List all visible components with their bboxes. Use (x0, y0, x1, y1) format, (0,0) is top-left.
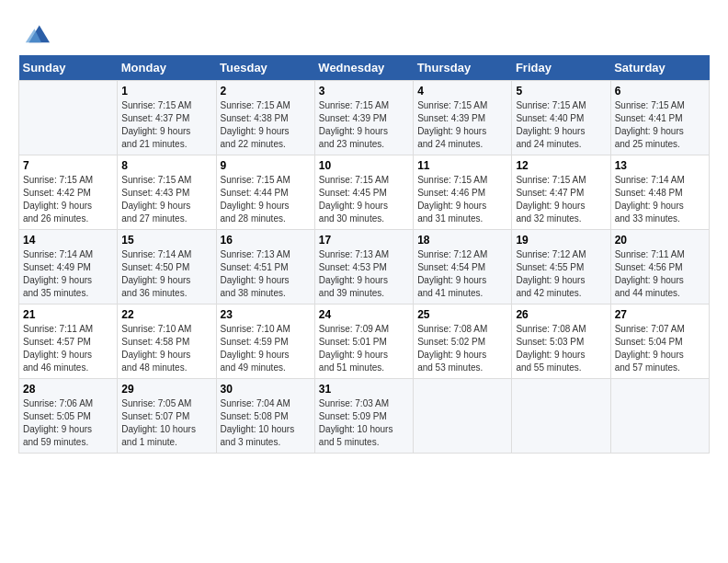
day-info: Sunrise: 7:05 AM Sunset: 5:07 PM Dayligh… (121, 397, 211, 449)
day-cell: 22Sunrise: 7:10 AM Sunset: 4:58 PM Dayli… (118, 304, 216, 379)
week-row-2: 7Sunrise: 7:15 AM Sunset: 4:42 PM Daylig… (19, 155, 710, 230)
day-info: Sunrise: 7:13 AM Sunset: 4:51 PM Dayligh… (221, 248, 311, 300)
col-header-sunday: Sunday (19, 55, 118, 81)
day-info: Sunrise: 7:09 AM Sunset: 5:01 PM Dayligh… (319, 323, 409, 374)
day-number: 23 (221, 308, 311, 321)
day-info: Sunrise: 7:13 AM Sunset: 4:53 PM Dayligh… (319, 248, 409, 300)
day-cell: 12Sunrise: 7:15 AM Sunset: 4:47 PM Dayli… (512, 155, 610, 230)
day-number: 16 (221, 234, 311, 247)
day-cell: 16Sunrise: 7:13 AM Sunset: 4:51 PM Dayli… (216, 230, 314, 304)
day-number: 31 (319, 383, 409, 396)
day-info: Sunrise: 7:08 AM Sunset: 5:03 PM Dayligh… (516, 323, 606, 374)
day-number: 7 (23, 159, 113, 172)
day-info: Sunrise: 7:15 AM Sunset: 4:47 PM Dayligh… (516, 174, 606, 225)
day-cell: 13Sunrise: 7:14 AM Sunset: 4:48 PM Dayli… (610, 155, 709, 230)
day-info: Sunrise: 7:12 AM Sunset: 4:55 PM Dayligh… (516, 248, 606, 300)
header (18, 18, 710, 46)
week-row-3: 14Sunrise: 7:14 AM Sunset: 4:49 PM Dayli… (19, 230, 710, 304)
week-row-1: 1Sunrise: 7:15 AM Sunset: 4:37 PM Daylig… (19, 81, 710, 155)
day-cell: 2Sunrise: 7:15 AM Sunset: 4:38 PM Daylig… (216, 81, 314, 155)
week-row-4: 21Sunrise: 7:11 AM Sunset: 4:57 PM Dayli… (19, 304, 710, 379)
day-info: Sunrise: 7:15 AM Sunset: 4:41 PM Dayligh… (615, 99, 705, 151)
day-cell: 7Sunrise: 7:15 AM Sunset: 4:42 PM Daylig… (19, 155, 118, 230)
calendar-header-row: SundayMondayTuesdayWednesdayThursdayFrid… (19, 55, 710, 81)
col-header-monday: Monday (118, 55, 216, 81)
day-cell: 31Sunrise: 7:03 AM Sunset: 5:09 PM Dayli… (314, 379, 413, 454)
day-info: Sunrise: 7:06 AM Sunset: 5:05 PM Dayligh… (23, 397, 113, 449)
day-cell: 19Sunrise: 7:12 AM Sunset: 4:55 PM Dayli… (512, 230, 610, 304)
day-cell (414, 379, 512, 454)
day-cell: 29Sunrise: 7:05 AM Sunset: 5:07 PM Dayli… (118, 379, 216, 454)
day-number: 30 (221, 383, 311, 396)
day-number: 2 (221, 85, 311, 98)
day-info: Sunrise: 7:15 AM Sunset: 4:40 PM Dayligh… (516, 99, 606, 151)
day-number: 11 (417, 159, 507, 172)
day-info: Sunrise: 7:08 AM Sunset: 5:02 PM Dayligh… (417, 323, 507, 374)
day-number: 25 (417, 308, 507, 321)
day-number: 4 (417, 85, 507, 98)
day-info: Sunrise: 7:15 AM Sunset: 4:37 PM Dayligh… (121, 99, 211, 151)
day-info: Sunrise: 7:14 AM Sunset: 4:50 PM Dayligh… (121, 248, 211, 300)
day-cell: 18Sunrise: 7:12 AM Sunset: 4:54 PM Dayli… (414, 230, 512, 304)
day-number: 14 (23, 234, 113, 247)
day-number: 20 (615, 234, 705, 247)
day-info: Sunrise: 7:14 AM Sunset: 4:48 PM Dayligh… (615, 174, 705, 225)
day-cell: 30Sunrise: 7:04 AM Sunset: 5:08 PM Dayli… (216, 379, 314, 454)
day-number: 27 (615, 308, 705, 321)
day-number: 3 (319, 85, 409, 98)
col-header-saturday: Saturday (610, 55, 709, 81)
day-cell: 8Sunrise: 7:15 AM Sunset: 4:43 PM Daylig… (118, 155, 216, 230)
day-number: 8 (121, 159, 211, 172)
day-number: 13 (615, 159, 705, 172)
day-number: 6 (615, 85, 705, 98)
day-cell: 6Sunrise: 7:15 AM Sunset: 4:41 PM Daylig… (610, 81, 709, 155)
calendar-table: SundayMondayTuesdayWednesdayThursdayFrid… (18, 55, 710, 454)
day-cell: 20Sunrise: 7:11 AM Sunset: 4:56 PM Dayli… (610, 230, 709, 304)
day-info: Sunrise: 7:10 AM Sunset: 4:59 PM Dayligh… (221, 323, 311, 374)
day-info: Sunrise: 7:11 AM Sunset: 4:57 PM Dayligh… (23, 323, 113, 374)
day-info: Sunrise: 7:04 AM Sunset: 5:08 PM Dayligh… (221, 397, 311, 449)
logo-icon (22, 18, 50, 46)
day-info: Sunrise: 7:15 AM Sunset: 4:39 PM Dayligh… (319, 99, 409, 151)
day-number: 21 (23, 308, 113, 321)
day-info: Sunrise: 7:10 AM Sunset: 4:58 PM Dayligh… (121, 323, 211, 374)
day-cell: 17Sunrise: 7:13 AM Sunset: 4:53 PM Dayli… (314, 230, 413, 304)
day-cell: 15Sunrise: 7:14 AM Sunset: 4:50 PM Dayli… (118, 230, 216, 304)
day-cell: 25Sunrise: 7:08 AM Sunset: 5:02 PM Dayli… (414, 304, 512, 379)
day-info: Sunrise: 7:15 AM Sunset: 4:46 PM Dayligh… (417, 174, 507, 225)
day-cell: 21Sunrise: 7:11 AM Sunset: 4:57 PM Dayli… (19, 304, 118, 379)
day-info: Sunrise: 7:12 AM Sunset: 4:54 PM Dayligh… (417, 248, 507, 300)
day-cell: 14Sunrise: 7:14 AM Sunset: 4:49 PM Dayli… (19, 230, 118, 304)
day-number: 17 (319, 234, 409, 247)
day-info: Sunrise: 7:15 AM Sunset: 4:39 PM Dayligh… (417, 99, 507, 151)
col-header-thursday: Thursday (414, 55, 512, 81)
day-cell: 1Sunrise: 7:15 AM Sunset: 4:37 PM Daylig… (118, 81, 216, 155)
day-cell: 26Sunrise: 7:08 AM Sunset: 5:03 PM Dayli… (512, 304, 610, 379)
logo (18, 18, 50, 46)
day-number: 19 (516, 234, 606, 247)
day-number: 15 (121, 234, 211, 247)
day-cell: 5Sunrise: 7:15 AM Sunset: 4:40 PM Daylig… (512, 81, 610, 155)
day-number: 22 (121, 308, 211, 321)
day-number: 29 (121, 383, 211, 396)
day-info: Sunrise: 7:03 AM Sunset: 5:09 PM Dayligh… (319, 397, 409, 449)
day-cell (610, 379, 709, 454)
day-cell: 24Sunrise: 7:09 AM Sunset: 5:01 PM Dayli… (314, 304, 413, 379)
day-number: 28 (23, 383, 113, 396)
day-cell: 11Sunrise: 7:15 AM Sunset: 4:46 PM Dayli… (414, 155, 512, 230)
day-number: 5 (516, 85, 606, 98)
day-cell (512, 379, 610, 454)
day-cell: 3Sunrise: 7:15 AM Sunset: 4:39 PM Daylig… (314, 81, 413, 155)
week-row-5: 28Sunrise: 7:06 AM Sunset: 5:05 PM Dayli… (19, 379, 710, 454)
day-cell: 28Sunrise: 7:06 AM Sunset: 5:05 PM Dayli… (19, 379, 118, 454)
day-info: Sunrise: 7:15 AM Sunset: 4:44 PM Dayligh… (221, 174, 311, 225)
day-cell: 10Sunrise: 7:15 AM Sunset: 4:45 PM Dayli… (314, 155, 413, 230)
day-number: 10 (319, 159, 409, 172)
day-number: 12 (516, 159, 606, 172)
day-info: Sunrise: 7:15 AM Sunset: 4:43 PM Dayligh… (121, 174, 211, 225)
day-info: Sunrise: 7:14 AM Sunset: 4:49 PM Dayligh… (23, 248, 113, 300)
col-header-tuesday: Tuesday (216, 55, 314, 81)
day-info: Sunrise: 7:15 AM Sunset: 4:45 PM Dayligh… (319, 174, 409, 225)
col-header-wednesday: Wednesday (314, 55, 413, 81)
day-number: 18 (417, 234, 507, 247)
